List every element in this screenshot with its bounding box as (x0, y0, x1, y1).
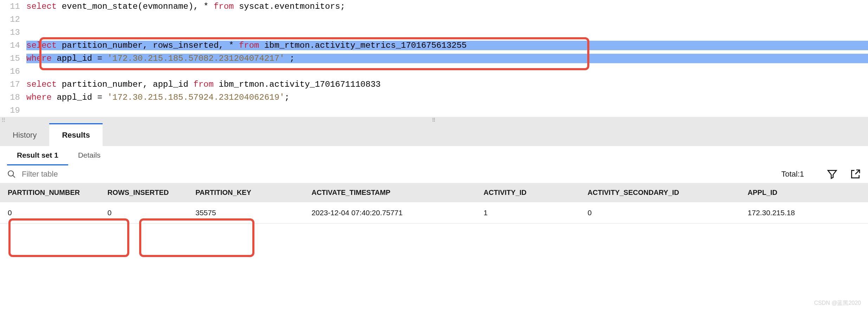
code-line[interactable]: 15where appl_id = '172.30.215.185.57082.… (0, 52, 868, 65)
line-number: 15 (0, 54, 26, 63)
total-count: Total:1 (781, 170, 804, 179)
table-header[interactable]: ACTIVATE_TIMESTAMP (304, 183, 476, 202)
table-header[interactable]: ACTIVITY_SECONDARY_ID (580, 183, 740, 202)
line-content[interactable]: where appl_id = '172.30.215.185.57924.23… (26, 93, 868, 102)
code-line[interactable]: 14select partition_number, rows_inserted… (0, 39, 868, 52)
table-row[interactable]: 00355752023-12-04 07:40:20.7577110172.30… (0, 202, 868, 224)
line-number: 11 (0, 2, 26, 11)
line-number: 16 (0, 67, 26, 76)
table-header[interactable]: ROWS_INSERTED (100, 183, 188, 202)
line-number: 12 (0, 15, 26, 24)
line-number: 19 (0, 106, 26, 115)
tab-results[interactable]: Results (49, 123, 102, 146)
subtab-result-set[interactable]: Result set 1 (7, 146, 68, 165)
line-number: 14 (0, 41, 26, 50)
result-subtabs: Result set 1 Details (0, 146, 868, 165)
table-cell: 2023-12-04 07:40:20.75771 (304, 202, 476, 224)
line-content[interactable]: where appl_id = '172.30.215.185.57082.23… (26, 54, 868, 63)
line-content[interactable]: select partition_number, appl_id from ib… (26, 80, 868, 89)
table-header[interactable]: ACTIVITY_ID (476, 183, 580, 202)
line-content[interactable]: select event_mon_state(evmonname), * fro… (26, 2, 868, 11)
export-icon[interactable] (850, 169, 861, 180)
search-icon (7, 170, 16, 179)
table-cell: 0 (580, 202, 740, 224)
table-cell: 0 (0, 202, 100, 224)
results-tabs: History Results (0, 123, 868, 146)
code-line[interactable]: 19 (0, 104, 868, 117)
table-cell: 172.30.215.18 (740, 202, 868, 224)
results-table: PARTITION_NUMBERROWS_INSERTEDPARTITION_K… (0, 183, 868, 224)
table-cell: 0 (100, 202, 188, 224)
table-header-row: PARTITION_NUMBERROWS_INSERTEDPARTITION_K… (0, 183, 868, 202)
table-header[interactable]: PARTITION_NUMBER (0, 183, 100, 202)
line-number: 18 (0, 93, 26, 102)
filter-icon[interactable] (827, 169, 838, 180)
annotation-box-col-rows-inserted (139, 218, 254, 257)
code-line[interactable]: 18where appl_id = '172.30.215.185.57924.… (0, 91, 868, 104)
code-line[interactable]: 16 (0, 65, 868, 78)
code-line[interactable]: 11select event_mon_state(evmonname), * f… (0, 0, 868, 13)
pane-divider[interactable]: ⠿ ⠿ (0, 117, 868, 123)
annotation-box-col-partition-number (8, 218, 129, 257)
svg-line-1 (13, 175, 15, 178)
line-number: 13 (0, 28, 26, 37)
code-line[interactable]: 17select partition_number, appl_id from … (0, 78, 868, 91)
drag-handle-icon: ⠿ (1, 116, 6, 124)
filter-input[interactable] (22, 170, 776, 179)
sql-editor[interactable]: 11select event_mon_state(evmonname), * f… (0, 0, 868, 117)
subtab-details[interactable]: Details (68, 146, 110, 165)
line-number: 17 (0, 80, 26, 89)
tab-history[interactable]: History (0, 123, 49, 146)
code-line[interactable]: 13 (0, 26, 868, 39)
table-cell: 35575 (188, 202, 304, 224)
svg-point-0 (8, 171, 13, 176)
table-cell: 1 (476, 202, 580, 224)
table-header[interactable]: APPL_ID (740, 183, 868, 202)
filter-row: Total:1 (0, 165, 868, 183)
table-header[interactable]: PARTITION_KEY (188, 183, 304, 202)
code-line[interactable]: 12 (0, 13, 868, 26)
line-content[interactable]: select partition_number, rows_inserted, … (26, 41, 868, 50)
watermark: CSDN @蓝黑2020 (814, 300, 861, 307)
drag-handle-icon: ⠿ (432, 117, 436, 123)
